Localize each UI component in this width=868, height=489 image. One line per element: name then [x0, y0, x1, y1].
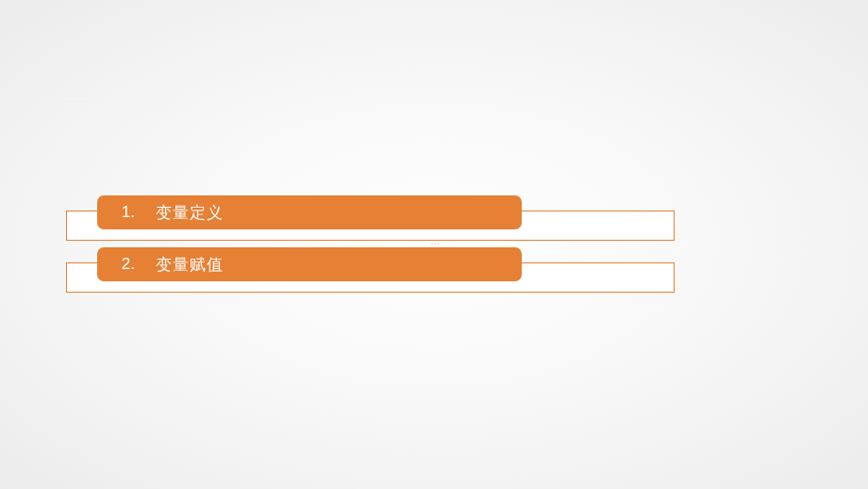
page-title: 一、变量: [62, 81, 183, 120]
separator-mark: …: [430, 236, 441, 246]
item-number: 1.: [97, 203, 139, 222]
item-label: 变量赋值: [139, 254, 224, 276]
item-label: 变量定义: [139, 202, 224, 224]
item-number: 2.: [97, 255, 139, 274]
list-item: 2. 变量赋值: [97, 247, 522, 281]
list-item: 1. 变量定义: [97, 195, 522, 229]
